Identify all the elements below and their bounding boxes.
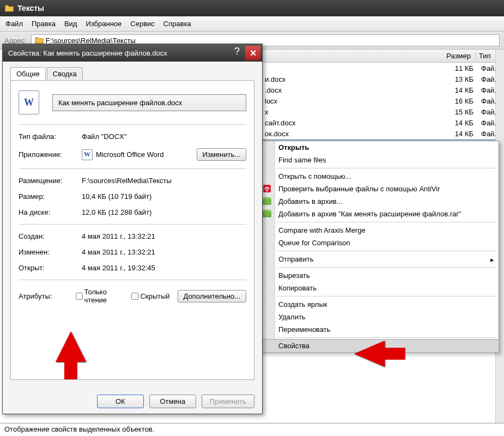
readonly-checkbox[interactable] bbox=[76, 293, 83, 300]
folder-icon bbox=[4, 3, 14, 13]
menu-edit[interactable]: Правка bbox=[32, 20, 56, 28]
ctx-rename[interactable]: Переименовать bbox=[260, 323, 499, 336]
disk-label: На диске: bbox=[19, 208, 82, 216]
modified-value: 4 мая 2011 г., 13:32:21 bbox=[82, 248, 246, 256]
accessed-label: Открыт: bbox=[19, 264, 82, 272]
help-button[interactable]: ? bbox=[230, 46, 244, 60]
word-icon: W bbox=[82, 149, 93, 160]
ctx-open-with[interactable]: Открыть с помощью... bbox=[260, 170, 499, 183]
document-icon: W bbox=[19, 90, 39, 114]
file-size: 15 КБ bbox=[439, 108, 478, 116]
window-title-bar[interactable]: Тексты bbox=[0, 0, 504, 16]
file-name: сайт.docx bbox=[262, 119, 439, 127]
file-size: 14 КБ bbox=[439, 119, 478, 127]
file-name: .docx bbox=[262, 86, 439, 94]
tabs: Общие Сводка bbox=[10, 67, 254, 80]
dialog-buttons: ОК Отмена Применить bbox=[97, 395, 254, 408]
type-label: Тип файла: bbox=[19, 132, 82, 141]
svg-rect-5 bbox=[263, 210, 271, 212]
file-name: x bbox=[262, 108, 439, 116]
location-value: F:\sources\RelMedia\Тексты bbox=[82, 177, 246, 185]
disk-value: 12,0 КБ (12 288 байт) bbox=[82, 208, 246, 216]
window-title: Тексты bbox=[17, 4, 44, 13]
accessed-value: 4 мая 2011 г., 19:32:45 bbox=[82, 264, 246, 272]
ctx-cut[interactable]: Вырезать bbox=[260, 269, 499, 282]
file-size: 14 КБ bbox=[439, 130, 478, 138]
ctx-add-rar[interactable]: Добавить в архив "Как менять расширение … bbox=[260, 208, 499, 220]
location-label: Размещение: bbox=[19, 177, 82, 185]
file-name: и.docx bbox=[262, 75, 439, 83]
ok-button[interactable]: ОК bbox=[97, 395, 144, 408]
app-label: Приложение: bbox=[19, 150, 82, 159]
ctx-delete[interactable]: Удалить bbox=[260, 311, 499, 323]
svg-rect-4 bbox=[263, 211, 271, 217]
svg-rect-3 bbox=[263, 197, 271, 199]
created-value: 4 мая 2011 г., 13:32:21 bbox=[82, 232, 246, 240]
menu-file[interactable]: Файл bbox=[5, 20, 23, 28]
size-value: 10,4 КБ (10 719 байт) bbox=[82, 192, 246, 201]
file-name: locx bbox=[262, 97, 439, 105]
dialog-title: Свойства: Как менять расширение файлов.d… bbox=[8, 49, 230, 57]
menu-bar: Файл Правка Вид Избранное Сервис Справка bbox=[0, 16, 504, 32]
column-header: Размер Тип bbox=[262, 50, 504, 63]
context-menu: Открыть Find same files Открыть с помощь… bbox=[259, 141, 499, 353]
table-row[interactable]: ок.docx14 КБФайл bbox=[262, 128, 504, 139]
file-size: 16 КБ bbox=[439, 97, 478, 105]
created-label: Создан: bbox=[19, 232, 82, 240]
size-label: Размер: bbox=[19, 192, 82, 201]
col-size[interactable]: Размер bbox=[436, 52, 476, 60]
table-row[interactable]: 11 КБФайл bbox=[262, 63, 504, 74]
tab-general[interactable]: Общие bbox=[10, 67, 46, 80]
file-size: 13 КБ bbox=[439, 75, 478, 83]
close-icon: ✕ bbox=[250, 48, 257, 58]
table-row[interactable]: и.docx13 КБФайл bbox=[262, 74, 504, 84]
umbrella-icon bbox=[263, 184, 271, 193]
menu-fav[interactable]: Избранное bbox=[86, 20, 122, 28]
dialog-title-bar[interactable]: Свойства: Как менять расширение файлов.d… bbox=[3, 44, 262, 62]
hidden-checkbox[interactable] bbox=[131, 293, 138, 300]
ctx-queue[interactable]: Queue for Comparison bbox=[260, 237, 499, 249]
svg-rect-2 bbox=[263, 199, 271, 204]
file-size: 11 КБ bbox=[439, 64, 478, 72]
apply-button[interactable]: Применить bbox=[202, 395, 254, 408]
table-row[interactable]: x15 КБФайл bbox=[262, 106, 504, 117]
attrs-label: Атрибуты: bbox=[19, 292, 74, 300]
modified-label: Изменен: bbox=[19, 248, 82, 256]
app-value: Microsoft Office Word bbox=[96, 150, 164, 159]
change-button[interactable]: Изменить... bbox=[197, 148, 246, 161]
checkbox-hidden[interactable]: Скрытый bbox=[131, 292, 169, 300]
ctx-copy[interactable]: Копировать bbox=[260, 282, 499, 294]
menu-service[interactable]: Сервис bbox=[130, 20, 155, 28]
properties-dialog: Свойства: Как менять расширение файлов.d… bbox=[2, 44, 263, 414]
ctx-open[interactable]: Открыть bbox=[260, 141, 499, 154]
ctx-shortcut[interactable]: Создать ярлык bbox=[260, 298, 499, 311]
ctx-antivir[interactable]: Проверить выбранные файлы с помощью Anti… bbox=[260, 183, 499, 195]
archive-icon bbox=[263, 197, 271, 205]
table-row[interactable]: locx16 КБФайл bbox=[262, 95, 504, 106]
ctx-add-archive[interactable]: Добавить в архив... bbox=[260, 195, 499, 208]
archive-icon bbox=[263, 209, 271, 218]
tab-summary[interactable]: Сводка bbox=[47, 67, 83, 80]
advanced-button[interactable]: Дополнительно... bbox=[178, 290, 246, 302]
table-row[interactable]: .docx14 КБФайл bbox=[262, 84, 504, 95]
menu-help[interactable]: Справка bbox=[163, 20, 191, 28]
checkbox-readonly[interactable]: Только чтение bbox=[76, 288, 124, 304]
close-button[interactable]: ✕ bbox=[245, 46, 260, 60]
file-size: 14 КБ bbox=[439, 86, 478, 94]
table-row[interactable]: сайт.docx14 КБФайл bbox=[262, 117, 504, 128]
status-bar: Отображение свойств выделенных объектов. bbox=[0, 423, 504, 436]
filename-input[interactable]: Как менять расширение файлов.docx bbox=[52, 94, 246, 111]
file-list: Размер Тип 11 КБФайли.docx13 КБФайл.docx… bbox=[262, 50, 504, 150]
ctx-compare[interactable]: Compare with Araxis Merge bbox=[260, 224, 499, 237]
type-value: Файл "DOCX" bbox=[82, 132, 246, 141]
cancel-button[interactable]: Отмена bbox=[149, 395, 196, 408]
ctx-send[interactable]: Отправить ▸ bbox=[260, 253, 499, 265]
ctx-find-same[interactable]: Find same files bbox=[260, 154, 499, 166]
menu-view[interactable]: Вид bbox=[64, 20, 77, 28]
file-name: ок.docx bbox=[262, 130, 439, 138]
tab-pane-general: W Как менять расширение файлов.docx Тип … bbox=[10, 80, 254, 380]
submenu-arrow-icon: ▸ bbox=[490, 256, 494, 264]
